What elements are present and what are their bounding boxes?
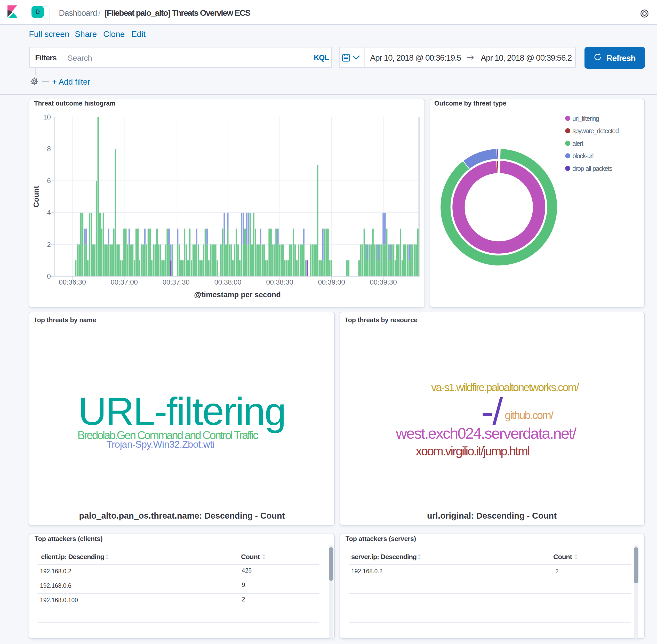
svg-text:alert: alert [572, 140, 584, 147]
svg-text:url_filtering: url_filtering [572, 115, 599, 122]
svg-text:spyware_detected: spyware_detected [572, 127, 619, 134]
svg-text:drop-all-packets: drop-all-packets [572, 165, 612, 172]
svg-text:block-url: block-url [572, 152, 593, 159]
